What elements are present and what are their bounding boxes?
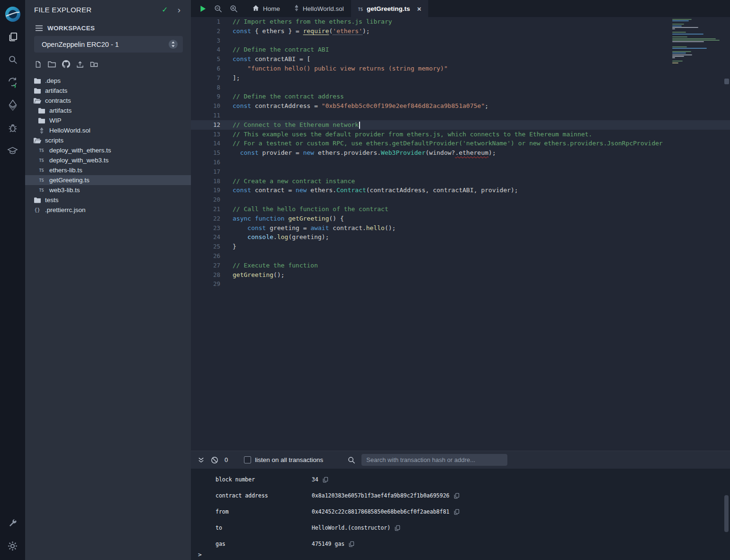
terminal-output[interactable]: block number34contract address0x8a120383… <box>191 469 730 549</box>
code-line-26[interactable]: 26 <box>191 251 730 261</box>
copy-icon[interactable] <box>395 525 400 531</box>
code-line-25[interactable]: 25} <box>191 242 730 251</box>
search-icon[interactable] <box>0 48 25 71</box>
file-tree-item-contracts[interactable]: contracts <box>25 96 191 106</box>
file-tree-item-ethers-lib-ts[interactable]: TSethers-lib.ts <box>25 165 191 175</box>
load-folder-icon[interactable] <box>90 61 98 68</box>
file-tree-item-getgreeting-ts[interactable]: TSgetGreeting.ts <box>25 175 191 185</box>
code-line-23[interactable]: 23 const greeting = await contract.hello… <box>191 223 730 233</box>
code-line-11[interactable]: 11 <box>191 111 730 120</box>
file-tree-item-deps[interactable]: .deps <box>25 76 191 86</box>
deploy-run-icon[interactable] <box>0 94 25 116</box>
code-line-27[interactable]: 27// Execute the function <box>191 261 730 270</box>
copy-icon[interactable] <box>323 477 328 483</box>
code-line-16[interactable]: 16 <box>191 158 730 167</box>
copy-icon[interactable] <box>349 541 354 547</box>
code-line-22[interactable]: 22async function getGreeting() { <box>191 214 730 223</box>
debugger-icon[interactable] <box>0 116 25 139</box>
code-line-8[interactable]: 8 <box>191 83 730 92</box>
file-tree-item-helloworld-sol[interactable]: HelloWorld.sol <box>25 125 191 135</box>
code-line-18[interactable]: 18// Create a new contract instance <box>191 177 730 186</box>
workspace-dropdown[interactable]: OpenZeppelin ERC20 - 1 <box>34 36 183 53</box>
tab-home[interactable]: Home <box>245 0 287 17</box>
code-line-10[interactable]: 10const contractAddress = "0xb54febb5c0c… <box>191 101 730 111</box>
folder-open-icon <box>33 138 41 143</box>
code-line-21[interactable]: 21// Call the hello function of the cont… <box>191 204 730 214</box>
plugin-wrench-icon[interactable] <box>0 512 25 534</box>
copy-icon[interactable] <box>454 509 460 515</box>
minimap[interactable] <box>672 19 721 65</box>
terminal-toolbar: 0 listen on all transactions <box>191 451 730 469</box>
new-file-icon[interactable] <box>35 61 42 68</box>
code-text: const contractAddress = "0xb54febb5c0c0f… <box>233 101 488 111</box>
github-icon[interactable] <box>62 60 70 68</box>
code-line-14[interactable]: 14// For a testnet or custom RPC, use et… <box>191 139 730 148</box>
code-line-24[interactable]: 24 console.log(greeting); <box>191 232 730 242</box>
run-script-button[interactable] <box>199 5 207 12</box>
panel-header: FILE EXPLORER ✓ › <box>25 0 191 19</box>
code-line-29[interactable]: 29 <box>191 279 730 289</box>
terminal-search-input[interactable] <box>361 454 507 466</box>
line-number: 22 <box>191 214 220 223</box>
code-line-17[interactable]: 17 <box>191 167 730 177</box>
code-line-3[interactable]: 3 <box>191 36 730 45</box>
remix-logo-icon[interactable] <box>0 3 25 26</box>
detail-label-contract-address: contract address <box>216 492 312 499</box>
code-line-20[interactable]: 20 <box>191 195 730 204</box>
detail-value-wrap: HelloWorld.(constructor) <box>312 524 400 531</box>
line-number: 12 <box>191 120 220 130</box>
code-editor[interactable]: 1// Import ethers from the ethers.js lib… <box>191 17 730 451</box>
workspaces-menu-icon[interactable] <box>36 25 43 31</box>
code-line-9[interactable]: 9// Define the contract address <box>191 92 730 101</box>
settings-gear-icon[interactable] <box>0 534 25 557</box>
terminal-scrollbar[interactable] <box>724 495 729 532</box>
scrollbar-thumb[interactable] <box>724 79 729 84</box>
code-line-2[interactable]: 2const { ethers } = require('ethers'); <box>191 27 730 36</box>
zoom-out-button[interactable] <box>214 5 222 13</box>
zoom-in-button[interactable] <box>230 5 238 13</box>
code-line-13[interactable]: 13// This example uses the default provi… <box>191 130 730 139</box>
code-line-1[interactable]: 1// Import ethers from the ethers.js lib… <box>191 17 730 27</box>
learneth-icon[interactable] <box>0 139 25 162</box>
minimap-line <box>672 32 686 33</box>
new-folder-icon[interactable] <box>48 61 56 68</box>
chevron-right-icon[interactable]: › <box>178 5 180 14</box>
listen-transactions-checkbox[interactable] <box>244 456 251 463</box>
file-tree-item-web3-lib-ts[interactable]: TSweb3-lib.ts <box>25 185 191 195</box>
file-tree-item-artifacts[interactable]: artifacts <box>25 86 191 96</box>
file-label: contracts <box>45 97 71 104</box>
file-tree-item-tests[interactable]: tests <box>25 195 191 205</box>
code-line-28[interactable]: 28getGreeting(); <box>191 270 730 280</box>
folder-icon <box>37 118 45 124</box>
file-tree-item-wip[interactable]: WIP <box>25 116 191 125</box>
solidity-compiler-icon[interactable] <box>0 71 25 94</box>
listen-transactions-label[interactable]: listen on all transactions <box>255 456 323 463</box>
file-tree-item-prettierrc-json[interactable]: {}.prettierrc.json <box>25 205 191 215</box>
upload-file-icon[interactable] <box>76 61 84 68</box>
tab-getgreeting-ts[interactable]: TSgetGreeting.ts× <box>351 0 429 17</box>
code-line-6[interactable]: 6 "function hello() public view returns … <box>191 64 730 73</box>
terminal-collapse-button[interactable] <box>198 457 205 463</box>
terminal-prompt[interactable]: > <box>191 549 730 560</box>
accept-check-icon[interactable]: ✓ <box>162 5 168 14</box>
file-label: getGreeting.ts <box>49 177 90 184</box>
terminal-clear-button[interactable] <box>211 456 218 464</box>
file-label: HelloWorld.sol <box>49 127 90 134</box>
editor-scrollbar[interactable] <box>723 17 730 451</box>
file-tree-item-artifacts[interactable]: artifacts <box>25 106 191 116</box>
tab-close-button[interactable]: × <box>417 5 422 12</box>
file-tree-item-deploy-with-web3-ts[interactable]: TSdeploy_with_web3.ts <box>25 155 191 165</box>
tab-helloworld-sol[interactable]: HelloWorld.sol <box>287 0 351 17</box>
file-tree-item-deploy-with-ethers-ts[interactable]: TSdeploy_with_ethers.ts <box>25 145 191 155</box>
file-label: tests <box>45 196 59 204</box>
file-tree-item-scripts[interactable]: scripts <box>25 135 191 145</box>
copy-icon[interactable] <box>454 493 460 499</box>
code-line-5[interactable]: 5const contractABI = [ <box>191 54 730 64</box>
code-line-15[interactable]: 15 const provider = new ethers.providers… <box>191 148 730 158</box>
tab-label: Home <box>263 5 280 12</box>
code-line-4[interactable]: 4// Define the contract ABI <box>191 45 730 54</box>
code-line-12[interactable]: 12// Connect to the Ethereum network <box>191 120 730 130</box>
file-explorer-icon[interactable] <box>0 26 25 48</box>
code-line-19[interactable]: 19const contract = new ethers.Contract(c… <box>191 186 730 195</box>
code-line-7[interactable]: 7]; <box>191 73 730 83</box>
